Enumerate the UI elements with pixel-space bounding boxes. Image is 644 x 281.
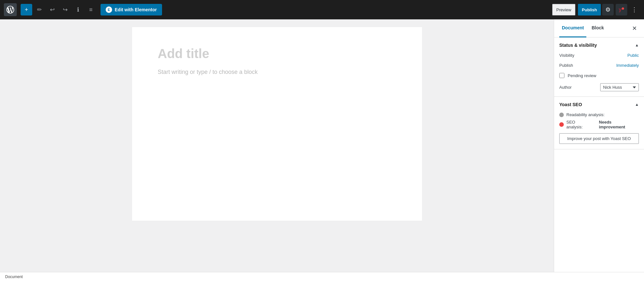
visibility-label: Visibility xyxy=(559,53,574,58)
tab-document[interactable]: Document xyxy=(559,19,586,37)
edit-with-elementor-button[interactable]: E Edit with Elementor xyxy=(101,4,162,15)
editor-canvas: Add title Start writing or type / to cho… xyxy=(132,27,422,221)
sidebar-header: Document Block ✕ xyxy=(554,19,644,37)
yoast-seo-panel: Yoast SEO ▲ Readability analysis: SEO an… xyxy=(554,97,644,149)
close-icon: ✕ xyxy=(632,25,637,32)
pending-review-label[interactable]: Pending review xyxy=(568,73,596,78)
main-area: Add title Start writing or type / to cho… xyxy=(0,19,644,272)
author-select[interactable]: Nick Huss xyxy=(600,83,639,91)
author-label: Author xyxy=(559,85,572,90)
chevron-up-icon: ▲ xyxy=(635,43,639,47)
publish-label: Publish xyxy=(559,63,573,68)
bottom-bar-label: Document xyxy=(5,275,23,279)
visibility-value[interactable]: Public xyxy=(628,53,639,58)
yoast-button[interactable]: y xyxy=(616,4,627,15)
preview-button[interactable]: Preview xyxy=(552,4,575,15)
undo-button[interactable]: ↩ xyxy=(46,4,58,15)
list-view-button[interactable]: ≡ xyxy=(85,4,97,15)
add-block-button[interactable]: + xyxy=(21,4,32,15)
improve-with-yoast-button[interactable]: Improve your post with Yoast SEO xyxy=(559,133,639,144)
edit-button[interactable]: ✏ xyxy=(34,4,45,15)
wordpress-icon xyxy=(6,6,14,14)
status-visibility-title: Status & visibility xyxy=(559,43,597,48)
status-visibility-header[interactable]: Status & visibility ▲ xyxy=(559,43,639,48)
readability-label: Readability analysis: xyxy=(566,112,605,117)
tab-block[interactable]: Block xyxy=(589,19,606,37)
gear-icon: ⚙ xyxy=(605,6,610,13)
publish-value[interactable]: Immediately xyxy=(616,63,639,68)
publish-row: Publish Immediately xyxy=(559,63,639,68)
seo-status: Needs improvement xyxy=(599,120,639,129)
yoast-chevron-up-icon: ▲ xyxy=(635,102,639,107)
wp-logo xyxy=(4,3,17,16)
post-title-input[interactable]: Add title xyxy=(158,46,396,61)
more-icon: ⋮ xyxy=(631,6,637,13)
publish-button[interactable]: Publish xyxy=(578,4,601,15)
readability-item: Readability analysis: xyxy=(559,112,639,117)
seo-analysis-label: SEO analysis: xyxy=(566,120,592,129)
visibility-row: Visibility Public xyxy=(559,53,639,58)
sidebar-close-button[interactable]: ✕ xyxy=(630,24,639,33)
readability-dot xyxy=(559,113,564,117)
pending-review-checkbox[interactable] xyxy=(559,73,564,78)
post-body-input[interactable]: Start writing or type / to choose a bloc… xyxy=(158,69,396,75)
yoast-icon: y xyxy=(619,7,624,13)
status-visibility-panel: Status & visibility ▲ Visibility Public … xyxy=(554,37,644,97)
editor-area: Add title Start writing or type / to cho… xyxy=(0,19,554,272)
bottom-bar: Document xyxy=(0,272,644,281)
sidebar: Document Block ✕ Status & visibility ▲ V… xyxy=(554,19,644,272)
toolbar: + ✏ ↩ ↪ ℹ ≡ E Edit with Elementor Previe… xyxy=(0,0,644,19)
info-button[interactable]: ℹ xyxy=(72,4,84,15)
pending-review-row: Pending review xyxy=(559,73,639,78)
settings-button[interactable]: ⚙ xyxy=(602,4,614,15)
yoast-seo-header[interactable]: Yoast SEO ▲ xyxy=(559,102,639,107)
author-row: Author Nick Huss xyxy=(559,83,639,91)
elementor-icon: E xyxy=(106,6,112,13)
seo-analysis-item: SEO analysis: Needs improvement xyxy=(559,120,639,129)
seo-dot xyxy=(559,122,564,127)
redo-button[interactable]: ↪ xyxy=(59,4,71,15)
more-options-button[interactable]: ⋮ xyxy=(629,4,640,15)
yoast-seo-title: Yoast SEO xyxy=(559,102,582,107)
